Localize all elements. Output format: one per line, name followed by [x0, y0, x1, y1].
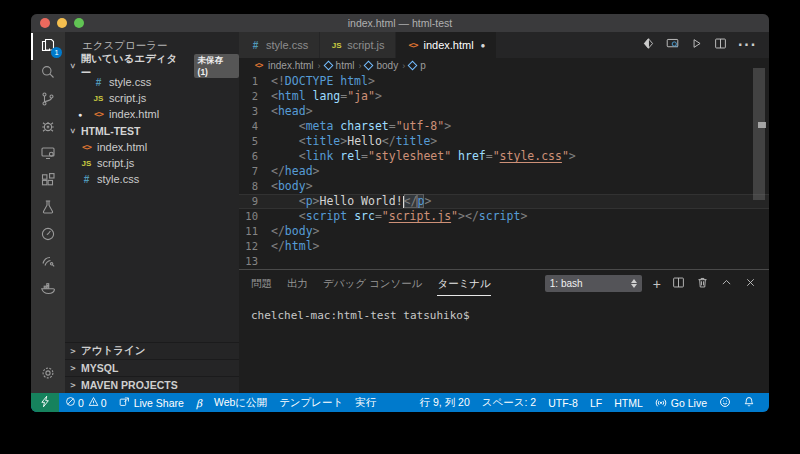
code-line[interactable]: 10 <script src="script.js"></script>	[239, 209, 769, 224]
file-label: script.js	[109, 92, 146, 104]
minimize-window-button[interactable]	[57, 18, 67, 28]
go-live-label: Go Live	[671, 397, 707, 409]
close-panel-icon[interactable]	[744, 275, 757, 293]
split-editor-icon[interactable]	[714, 36, 727, 54]
go-live-button[interactable]: Go Live	[649, 393, 713, 412]
panel-tab-debug-console[interactable]: デバッグ コンソール	[323, 271, 422, 296]
open-editor-script-js[interactable]: JS script.js	[65, 90, 239, 106]
source-control-icon	[40, 91, 56, 111]
tab-style-css[interactable]: # style.css	[239, 32, 320, 58]
line-number: 5	[239, 134, 271, 149]
section-outline[interactable]: > アウトライン	[65, 342, 239, 359]
new-terminal-icon[interactable]: +	[653, 276, 661, 292]
run-icon[interactable]	[690, 36, 703, 54]
run-button[interactable]: 実行	[349, 393, 382, 412]
panel-tab-terminal[interactable]: ターミナル	[437, 271, 490, 296]
liveshare-icon	[40, 253, 56, 273]
activity-remote-explorer[interactable]	[31, 141, 65, 168]
line-number: 6	[239, 149, 271, 164]
live-share-status[interactable]: Live Share	[113, 393, 190, 412]
test-beaker-icon	[40, 199, 56, 219]
code-line[interactable]: 9 <p>Hello World!</p>	[239, 194, 769, 209]
terminal-shell-select[interactable]: 1: bash	[545, 275, 642, 292]
activity-source-control[interactable]	[31, 87, 65, 114]
file-label: index.html	[97, 141, 147, 153]
breadcrumb-item[interactable]: html	[336, 60, 355, 71]
tree-item-index-html[interactable]: <> index.html	[65, 139, 239, 155]
beta-status[interactable]: β	[190, 393, 208, 412]
tree-item-style-css[interactable]: # style.css	[65, 171, 239, 187]
explorer-badge: 1	[51, 47, 62, 58]
indentation-status[interactable]: スペース: 2	[476, 393, 542, 412]
breadcrumb-item[interactable]: p	[420, 60, 426, 71]
manage-settings[interactable]	[31, 361, 65, 388]
code-line[interactable]: 8<body>	[239, 179, 769, 194]
maximize-window-button[interactable]	[74, 18, 84, 28]
beta-icon: β	[196, 397, 202, 409]
section-mysql[interactable]: > MYSQL	[65, 359, 239, 376]
code-line[interactable]: 11</body>	[239, 224, 769, 239]
code-line[interactable]: 3<head>	[239, 104, 769, 119]
cursor-position-status[interactable]: 行 9, 列 20	[414, 393, 476, 412]
activity-extensions[interactable]	[31, 168, 65, 195]
problems-status[interactable]: 0 0	[59, 393, 113, 412]
tab-index-html[interactable]: <> index.html ●	[396, 32, 497, 58]
code-line[interactable]: 2<html lang="ja">	[239, 89, 769, 104]
js-file-icon: JS	[81, 159, 92, 168]
feedback-smiley[interactable]	[713, 393, 737, 412]
live-share-icon	[119, 396, 130, 409]
code-line[interactable]: 1<!DOCTYPE html>	[239, 74, 769, 89]
maximize-panel-icon[interactable]	[720, 275, 733, 293]
window-title: index.html — html-test	[31, 14, 769, 32]
template-button[interactable]: テンプレート	[273, 393, 349, 412]
breadcrumb-item[interactable]: body	[376, 60, 398, 71]
format-icon[interactable]	[642, 36, 655, 54]
open-preview-icon[interactable]	[666, 36, 679, 54]
traffic-lights	[40, 18, 84, 28]
bottom-panel: 問題 出力 デバッグ コンソール ターミナル 1: bash +	[239, 269, 769, 394]
workspace-header[interactable]: > HTML-TEST	[65, 122, 239, 139]
activity-explorer[interactable]: 1	[31, 33, 65, 60]
panel-tab-output[interactable]: 出力	[287, 271, 308, 296]
terminal-output[interactable]: chelchel-mac:html-test tatsuhiko$	[239, 297, 769, 394]
kill-terminal-icon[interactable]	[696, 275, 709, 293]
activity-liveshare[interactable]	[31, 249, 65, 276]
publish-web-button[interactable]: Webに公開	[208, 393, 273, 412]
title-bar[interactable]: index.html — html-test	[31, 14, 769, 32]
code-line[interactable]: 7</head>	[239, 164, 769, 179]
more-actions-icon[interactable]: ···	[738, 36, 757, 54]
terminal-prompt: chelchel-mac:html-test tatsuhiko$	[251, 309, 470, 322]
eol-status[interactable]: LF	[584, 393, 608, 412]
tree-item-script-js[interactable]: JS script.js	[65, 155, 239, 171]
open-editor-style-css[interactable]: # style.css	[65, 74, 239, 90]
code-line[interactable]: 4 <meta charset="utf-8">	[239, 119, 769, 134]
open-editor-index-html[interactable]: ● <> index.html	[65, 106, 239, 122]
breadcrumb-item[interactable]: index.html	[268, 60, 314, 71]
open-editors-header[interactable]: > 開いているエディター 未保存 (1)	[65, 57, 239, 74]
activity-debug[interactable]	[31, 114, 65, 141]
code-line[interactable]: 12</html>	[239, 239, 769, 254]
code-line[interactable]: 6 <link rel="stylesheet" href="style.css…	[239, 149, 769, 164]
activity-search[interactable]	[31, 60, 65, 87]
code-line[interactable]: 13	[239, 254, 769, 269]
close-window-button[interactable]	[40, 18, 50, 28]
file-label: style.css	[109, 76, 151, 88]
symbol-icon	[364, 61, 374, 71]
split-terminal-icon[interactable]	[672, 275, 685, 293]
code-lines[interactable]: 1<!DOCTYPE html>2<html lang="ja">3<head>…	[239, 73, 769, 269]
warning-icon	[88, 396, 99, 409]
js-file-icon: JS	[93, 94, 104, 103]
activity-test-explorer[interactable]	[31, 195, 65, 222]
editor-scrollbar[interactable]	[753, 68, 765, 200]
editor-tab-bar: # style.css JS script.js <> index.html ●	[239, 32, 769, 58]
activity-time-tracker[interactable]	[31, 222, 65, 249]
notifications-bell[interactable]	[737, 393, 761, 412]
activity-docker[interactable]	[31, 276, 65, 303]
encoding-status[interactable]: UTF-8	[542, 393, 584, 412]
remote-indicator[interactable]	[31, 393, 59, 412]
language-mode-status[interactable]: HTML	[608, 393, 649, 412]
panel-tab-problems[interactable]: 問題	[251, 271, 272, 296]
tab-script-js[interactable]: JS script.js	[320, 32, 396, 58]
section-maven-projects[interactable]: > MAVEN PROJECTS	[65, 376, 239, 393]
code-line[interactable]: 5 <title>Hello</title>	[239, 134, 769, 149]
